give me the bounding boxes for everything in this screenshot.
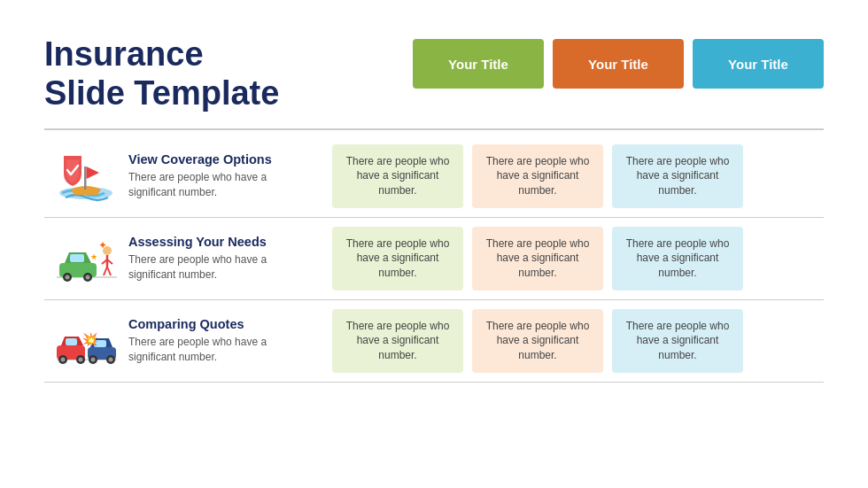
cell-2-1: There are people who have a significant … bbox=[332, 227, 463, 290]
table-row: View Coverage Options There are people w… bbox=[44, 136, 824, 218]
cell-2-3: There are people who have a significant … bbox=[612, 227, 743, 290]
svg-text:★: ★ bbox=[90, 252, 97, 261]
svg-rect-1 bbox=[84, 167, 87, 190]
table-row: 💥 Comparing Quotes There are people who … bbox=[44, 300, 824, 383]
col-header-2: Your Title bbox=[553, 39, 684, 89]
row-cells-3: There are people who have a significant … bbox=[332, 309, 743, 373]
cell-3-2: There are people who have a significant … bbox=[472, 309, 603, 373]
column-headers: Your Title Your Title Your Title bbox=[413, 39, 824, 89]
svg-rect-20 bbox=[66, 338, 77, 345]
svg-point-28 bbox=[90, 357, 95, 361]
cell-1-1: There are people who have a significant … bbox=[332, 144, 463, 208]
row-title-3: Comparing Quotes bbox=[128, 317, 314, 331]
collision-icon: 💥 bbox=[52, 314, 121, 368]
svg-point-24 bbox=[78, 357, 82, 361]
row-cells-2: There are people who have a significant … bbox=[332, 227, 743, 290]
svg-point-30 bbox=[108, 357, 112, 361]
row-desc-1: There are people who have a significant … bbox=[128, 170, 314, 200]
svg-line-15 bbox=[107, 267, 111, 275]
row-title-2: Assessing Your Needs bbox=[128, 235, 314, 249]
cell-3-1: There are people who have a significant … bbox=[332, 309, 463, 373]
col-header-3: Your Title bbox=[693, 39, 824, 89]
svg-text:✦: ✦ bbox=[98, 239, 107, 252]
row-text-3: Comparing Quotes There are people who ha… bbox=[128, 317, 332, 365]
row-icon-1 bbox=[44, 149, 128, 204]
title-line1: Insurance bbox=[44, 35, 204, 73]
col-header-1: Your Title bbox=[413, 39, 544, 89]
slide-title: Insurance Slide Template bbox=[44, 35, 328, 112]
svg-point-7 bbox=[65, 275, 69, 279]
cell-3-3: There are people who have a significant … bbox=[612, 309, 743, 373]
rows-section: View Coverage Options There are people w… bbox=[44, 136, 824, 461]
title-line2: Slide Template bbox=[44, 74, 279, 112]
svg-point-9 bbox=[85, 275, 89, 279]
top-divider bbox=[44, 128, 824, 130]
svg-rect-5 bbox=[70, 254, 84, 262]
table-row: ✦ ★ Assessing Your Needs There are peopl… bbox=[44, 218, 824, 300]
row-desc-2: There are people who have a significant … bbox=[128, 252, 314, 283]
row-cells-1: There are people who have a significant … bbox=[332, 144, 743, 208]
slide: Insurance Slide Template Your Title Your… bbox=[0, 0, 868, 488]
shield-icon bbox=[53, 149, 120, 204]
top-section: Insurance Slide Template Your Title Your… bbox=[44, 35, 824, 112]
cell-1-3: There are people who have a significant … bbox=[612, 144, 743, 208]
svg-point-22 bbox=[60, 357, 65, 361]
car-crash-icon: ✦ ★ bbox=[52, 231, 121, 286]
row-text-1: View Coverage Options There are people w… bbox=[128, 152, 332, 200]
svg-line-14 bbox=[104, 267, 107, 275]
row-desc-3: There are people who have a significant … bbox=[128, 335, 314, 365]
row-title-1: View Coverage Options bbox=[128, 152, 314, 167]
row-text-2: Assessing Your Needs There are people wh… bbox=[128, 235, 332, 283]
cell-1-2: There are people who have a significant … bbox=[472, 144, 603, 208]
row-icon-3: 💥 bbox=[44, 314, 128, 368]
cell-2-2: There are people who have a significant … bbox=[472, 227, 603, 290]
svg-marker-2 bbox=[87, 167, 100, 179]
svg-text:💥: 💥 bbox=[82, 332, 98, 347]
row-icon-2: ✦ ★ bbox=[44, 231, 128, 286]
